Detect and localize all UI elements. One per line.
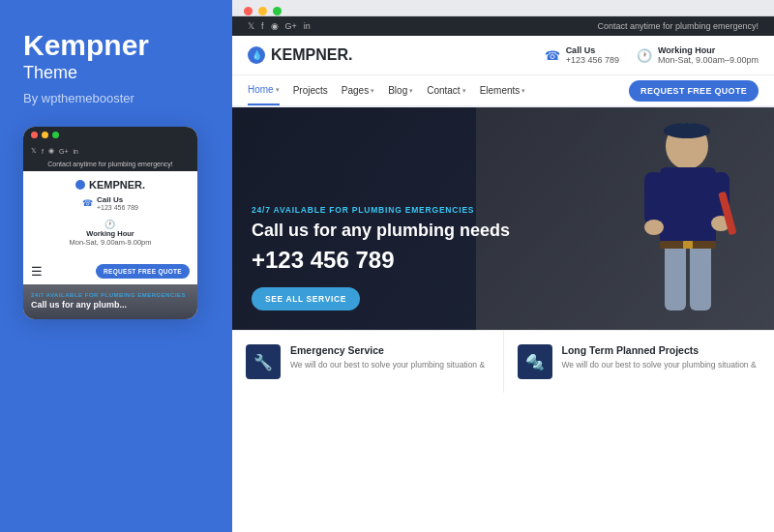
mobile-social-google: G+ bbox=[59, 148, 69, 155]
mobile-social-bar: 𝕏 f ◉ G+ in bbox=[23, 143, 197, 159]
nav-blog-label: Blog bbox=[388, 85, 407, 96]
mobile-work-label: Working Hour bbox=[86, 229, 134, 238]
mobile-dot-green bbox=[52, 132, 59, 138]
browser-dot-red[interactable] bbox=[244, 7, 253, 15]
topbar-twitter-link[interactable]: 𝕏 bbox=[248, 21, 254, 31]
service-planned-title: Long Term Planned Projects bbox=[562, 344, 757, 356]
mobile-hero-tag: 24/7 AVAILABLE FOR PLUMBING EMERGENCIES bbox=[31, 292, 190, 298]
call-number: +123 456 789 bbox=[566, 55, 619, 65]
nav-home-caret: ▾ bbox=[276, 86, 280, 94]
nav-projects-label: Projects bbox=[293, 85, 328, 96]
nav-contact-label: Contact bbox=[427, 85, 460, 96]
service-planned-icon: 🔩 bbox=[518, 344, 552, 379]
nav-projects[interactable]: Projects bbox=[293, 76, 328, 104]
topbar-instagram-link[interactable]: ◉ bbox=[271, 21, 279, 31]
brand-title: Kempner bbox=[23, 29, 209, 61]
nav-home-label: Home bbox=[248, 84, 274, 95]
hero-cta-button[interactable]: SEE ALL SERVICE bbox=[252, 287, 360, 310]
site-hours-info: 🕐 Working Hour Mon-Sat, 9.00am–9.00pm bbox=[637, 45, 759, 65]
topbar-contact-text: Contact anytime for plumbing emergency! bbox=[597, 21, 759, 31]
brand-by: By wpthemebooster bbox=[23, 91, 209, 105]
nav-pages-label: Pages bbox=[342, 85, 369, 96]
service-emergency-icon: 🔧 bbox=[246, 344, 281, 379]
browser-dot-yellow[interactable] bbox=[258, 7, 267, 15]
hero-content: 24/7 AVAILABLE FOR PLUMBING EMERGENCIES … bbox=[232, 186, 529, 330]
service-emergency-title: Emergency Service bbox=[290, 344, 485, 356]
site-logo: 💧 KEMPNER. bbox=[248, 46, 352, 64]
svg-rect-10 bbox=[690, 243, 711, 310]
site-nav: Home ▾ Projects Pages ▾ Blog ▾ Contact ▾ bbox=[232, 75, 774, 107]
mobile-work-hours: Mon-Sat, 9.00am-9.00pm bbox=[69, 238, 151, 247]
nav-links: Home ▾ Projects Pages ▾ Blog ▾ Contact ▾ bbox=[248, 75, 525, 105]
website-preview: 𝕏 f ◉ G+ in Contact anytime for plumbing… bbox=[232, 16, 774, 532]
nav-elements[interactable]: Elements ▾ bbox=[480, 76, 526, 104]
clock-icon: 🕐 bbox=[637, 48, 652, 63]
mobile-nav-area: ☰ REQUEST FREE QUOTE bbox=[23, 258, 197, 284]
nav-blog[interactable]: Blog ▾ bbox=[388, 76, 413, 104]
nav-elements-label: Elements bbox=[480, 85, 521, 96]
logo-droplet-icon: 💧 bbox=[248, 46, 265, 64]
mobile-preview: 𝕏 f ◉ G+ in Contact anytime for plumbing… bbox=[23, 127, 197, 319]
svg-rect-12 bbox=[683, 241, 693, 249]
work-label: Working Hour bbox=[658, 45, 759, 55]
mobile-hero-section: 24/7 AVAILABLE FOR PLUMBING EMERGENCIES … bbox=[23, 284, 197, 319]
service-planned-desc: We will do our best to solve your plumbi… bbox=[562, 360, 757, 371]
topbar-social-links: 𝕏 f ◉ G+ in bbox=[248, 21, 311, 31]
mobile-call-label: Call Us bbox=[97, 195, 138, 204]
call-icon: ☎ bbox=[545, 48, 560, 63]
site-call-info: ☎ Call Us +123 456 789 bbox=[545, 45, 619, 65]
left-panel: Kempner Theme By wpthemebooster 𝕏 f ◉ G+… bbox=[0, 0, 232, 532]
svg-rect-4 bbox=[644, 172, 664, 225]
nav-home[interactable]: Home ▾ bbox=[248, 75, 280, 105]
svg-rect-2 bbox=[664, 129, 710, 134]
mobile-clock-icon: 🕐 bbox=[104, 220, 115, 229]
work-hours: Mon-Sat, 9.00am–9.00pm bbox=[658, 55, 759, 65]
mobile-hamburger-icon[interactable]: ☰ bbox=[31, 264, 43, 279]
svg-point-6 bbox=[644, 220, 664, 235]
mobile-request-btn[interactable]: REQUEST FREE QUOTE bbox=[96, 264, 190, 279]
mobile-call-number: +123 456 789 bbox=[97, 204, 138, 211]
mobile-contact-bar: Contact anytime for plumbing emergency! bbox=[23, 159, 197, 171]
mobile-dot-red bbox=[31, 132, 38, 138]
mobile-social-instagram: ◉ bbox=[48, 147, 54, 155]
nav-contact[interactable]: Contact ▾ bbox=[427, 76, 465, 104]
mobile-dot-yellow bbox=[42, 132, 48, 138]
service-planned-body: Long Term Planned Projects We will do ou… bbox=[562, 344, 757, 371]
service-emergency-desc: We will do our best to solve your plumbi… bbox=[290, 360, 485, 371]
mobile-call-icon: ☎ bbox=[82, 198, 93, 208]
call-label: Call Us bbox=[566, 45, 619, 55]
browser-dot-green[interactable] bbox=[273, 7, 282, 15]
mobile-social-facebook: f bbox=[42, 148, 44, 155]
main-preview: 𝕏 f ◉ G+ in Contact anytime for plumbing… bbox=[232, 0, 774, 532]
nav-pages[interactable]: Pages ▾ bbox=[342, 76, 374, 104]
site-hero: 24/7 AVAILABLE FOR PLUMBING EMERGENCIES … bbox=[232, 107, 774, 330]
topbar-google-link[interactable]: G+ bbox=[285, 21, 297, 31]
site-contact-info: ☎ Call Us +123 456 789 🕐 Working Hour Mo… bbox=[545, 45, 759, 65]
mobile-logo: KEMPNER. bbox=[75, 179, 145, 191]
nav-blog-caret: ▾ bbox=[409, 87, 413, 95]
mobile-browser-bar bbox=[23, 127, 197, 143]
hero-tag: 24/7 AVAILABLE FOR PLUMBING EMERGENCIES bbox=[252, 205, 510, 215]
hero-plumber-figure bbox=[590, 109, 745, 330]
mobile-logo-area: KEMPNER. ☎ Call Us +123 456 789 🕐 Workin… bbox=[23, 171, 197, 258]
topbar-facebook-link[interactable]: f bbox=[261, 21, 264, 31]
nav-cta-button[interactable]: REQUEST FREE QUOTE bbox=[629, 80, 759, 102]
mobile-social-linkedin: in bbox=[74, 148, 78, 155]
service-card-planned: 🔩 Long Term Planned Projects We will do … bbox=[504, 331, 775, 393]
svg-rect-3 bbox=[660, 167, 716, 245]
service-card-emergency: 🔧 Emergency Service We will do our best … bbox=[232, 331, 504, 393]
mobile-logo-icon bbox=[75, 180, 85, 190]
service-emergency-body: Emergency Service We will do our best to… bbox=[290, 344, 485, 371]
services-strip: 🔧 Emergency Service We will do our best … bbox=[232, 330, 774, 393]
site-topbar: 𝕏 f ◉ G+ in Contact anytime for plumbing… bbox=[232, 16, 774, 36]
mobile-logo-text: KEMPNER. bbox=[89, 179, 145, 191]
nav-elements-caret: ▾ bbox=[521, 87, 525, 95]
hero-phone: +123 456 789 bbox=[252, 247, 510, 274]
hero-title: Call us for any plumbing needs bbox=[252, 221, 510, 242]
mobile-work-row: 🕐 Working Hour Mon-Sat, 9.00am-9.00pm bbox=[69, 216, 151, 252]
topbar-linkedin-link[interactable]: in bbox=[304, 21, 311, 31]
nav-pages-caret: ▾ bbox=[371, 87, 374, 95]
nav-contact-caret: ▾ bbox=[462, 87, 466, 95]
svg-rect-9 bbox=[665, 243, 686, 310]
mobile-social-twitter: 𝕏 bbox=[31, 147, 37, 155]
